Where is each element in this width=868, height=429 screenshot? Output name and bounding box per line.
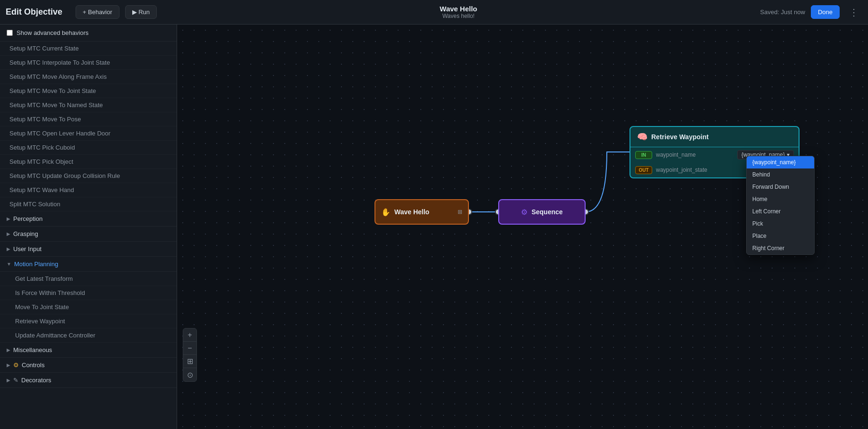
port-out-badge: OUT (635, 166, 652, 174)
canvas[interactable]: ✋ Wave Hello ⊞ ⚙ Sequence 🧠 Retrieve Way… (177, 25, 868, 429)
sidebar-item-setup-mtc-move-to-pose[interactable]: Setup MTC Move To Pose (0, 112, 177, 126)
decorators-pencil-icon: ✎ (13, 377, 18, 384)
sidebar-section-perception[interactable]: Perception (0, 211, 177, 227)
zoom-controls: + − ⊞ ⊙ (183, 328, 197, 382)
grasping-arrow-icon (7, 231, 10, 236)
waypoint-joint-state-label: waypoint_joint_state (656, 167, 752, 173)
node-sequence[interactable]: ⚙ Sequence (498, 199, 586, 225)
sidebar-item-setup-mtc-wave-hand[interactable]: Setup MTC Wave Hand (0, 183, 177, 197)
motion-planning-arrow-icon (7, 261, 11, 267)
zoom-fit-button[interactable]: ⊞ (183, 355, 196, 368)
wave-hello-icon: ✋ (381, 208, 391, 217)
decorators-label: Decorators (21, 377, 51, 384)
wave-hello-label: Wave Hello (394, 208, 429, 216)
header-center: Wave Hello Waves hello! (162, 5, 755, 19)
sidebar-item-move-to-joint-state[interactable]: Move To Joint State (0, 300, 177, 314)
done-button[interactable]: Done (811, 5, 840, 19)
sidebar-item-setup-mtc-current-state[interactable]: Setup MTC Current State (0, 42, 177, 56)
page-title: Edit Objective (6, 7, 62, 17)
controls-label: Controls (22, 362, 44, 369)
sidebar: Show advanced behaviors Setup MTC Curren… (0, 25, 177, 429)
decorators-arrow-icon (7, 378, 10, 383)
retrieve-waypoint-icon: 🧠 (637, 132, 647, 142)
main-layout: Show advanced behaviors Setup MTC Curren… (0, 25, 868, 429)
sidebar-section-miscellaneous[interactable]: Miscellaneous (0, 343, 177, 358)
sidebar-item-setup-mtc-move-to-joint[interactable]: Setup MTC Move To Joint State (0, 84, 177, 98)
sidebar-item-setup-mtc-move-along[interactable]: Setup MTC Move Along Frame Axis (0, 70, 177, 84)
zoom-center-button[interactable]: ⊙ (183, 368, 196, 381)
dropdown-option-pick[interactable]: Pick (747, 218, 814, 230)
waypoint-name-dropdown-menu: {waypoint_name} Behind Forward Down Home… (746, 156, 815, 255)
run-button[interactable]: ▶ Run (125, 5, 157, 19)
sidebar-item-setup-mtc-interpolate[interactable]: Setup MTC Interpolate To Joint State (0, 56, 177, 70)
show-advanced-checkbox[interactable] (7, 30, 13, 36)
sidebar-section-decorators[interactable]: ✎ Decorators (0, 373, 177, 388)
header-right: Saved: Just now Done ⋮ (760, 5, 862, 20)
behavior-button[interactable]: + Behavior (76, 5, 119, 19)
sidebar-item-setup-mtc-pick-cuboid[interactable]: Setup MTC Pick Cuboid (0, 141, 177, 155)
sidebar-item-setup-mtc-move-to-named[interactable]: Setup MTC Move To Named State (0, 98, 177, 112)
controls-gear-icon: ⚙ (13, 362, 19, 369)
retrieve-waypoint-title: Retrieve Waypoint (651, 133, 709, 141)
motion-planning-label: Motion Planning (14, 261, 58, 268)
show-advanced-row: Show advanced behaviors (0, 25, 177, 42)
grasping-label: Grasping (13, 230, 38, 237)
port-in-badge: IN (635, 151, 652, 159)
retrieve-waypoint-header: 🧠 Retrieve Waypoint (630, 127, 799, 147)
misc-arrow-icon (7, 347, 10, 353)
more-options-button[interactable]: ⋮ (845, 5, 862, 20)
sidebar-item-retrieve-waypoint[interactable]: Retrieve Waypoint (0, 314, 177, 328)
user-input-label: User Input (13, 245, 42, 252)
sidebar-item-setup-mtc-pick-object[interactable]: Setup MTC Pick Object (0, 155, 177, 169)
sidebar-item-setup-mtc-update-group[interactable]: Setup MTC Update Group Collision Rule (0, 169, 177, 183)
controls-arrow-icon (7, 362, 10, 368)
show-advanced-label: Show advanced behaviors (17, 29, 89, 36)
header: Edit Objective + Behavior ▶ Run Wave Hel… (0, 0, 868, 25)
dropdown-option-place[interactable]: Place (747, 230, 814, 242)
node-wave-hello[interactable]: ✋ Wave Hello ⊞ (374, 199, 469, 225)
dropdown-option-left-corner[interactable]: Left Corner (747, 205, 814, 218)
sidebar-item-get-latest-transform[interactable]: Get Latest Transform (0, 272, 177, 286)
zoom-out-button[interactable]: − (183, 342, 196, 355)
user-input-arrow-icon (7, 246, 10, 252)
sequence-label: Sequence (531, 208, 562, 216)
sidebar-section-user-input[interactable]: User Input (0, 242, 177, 257)
sidebar-section-grasping[interactable]: Grasping (0, 227, 177, 242)
workflow-title: Wave Hello (440, 5, 477, 13)
node-wave-hello-inner: ✋ Wave Hello (381, 208, 429, 217)
sidebar-section-motion-planning[interactable]: Motion Planning (0, 257, 177, 272)
dropdown-option-waypoint-name[interactable]: {waypoint_name} (747, 156, 814, 168)
dropdown-option-home[interactable]: Home (747, 193, 814, 205)
misc-label: Miscellaneous (13, 346, 52, 353)
perception-label: Perception (13, 215, 43, 222)
sidebar-item-setup-mtc-open-lever[interactable]: Setup MTC Open Lever Handle Door (0, 126, 177, 141)
zoom-in-button[interactable]: + (183, 328, 196, 342)
dropdown-option-forward-down[interactable]: Forward Down (747, 181, 814, 193)
sidebar-item-is-force-within-threshold[interactable]: Is Force Within Threshold (0, 286, 177, 300)
perception-arrow-icon (7, 216, 10, 221)
node-expand-icon[interactable]: ⊞ (458, 209, 462, 215)
saved-status: Saved: Just now (760, 8, 805, 16)
sequence-icon: ⚙ (521, 208, 528, 217)
sidebar-section-controls[interactable]: ⚙ Controls (0, 358, 177, 373)
waypoint-name-port-label: waypoint_name (656, 151, 733, 158)
dropdown-option-right-corner[interactable]: Right Corner (747, 242, 814, 254)
dropdown-option-behind[interactable]: Behind (747, 168, 814, 181)
sidebar-item-split-mtc[interactable]: Split MTC Solution (0, 197, 177, 211)
sidebar-item-update-admittance[interactable]: Update Admittance Controller (0, 328, 177, 343)
workflow-subtitle: Waves hello! (443, 13, 475, 19)
